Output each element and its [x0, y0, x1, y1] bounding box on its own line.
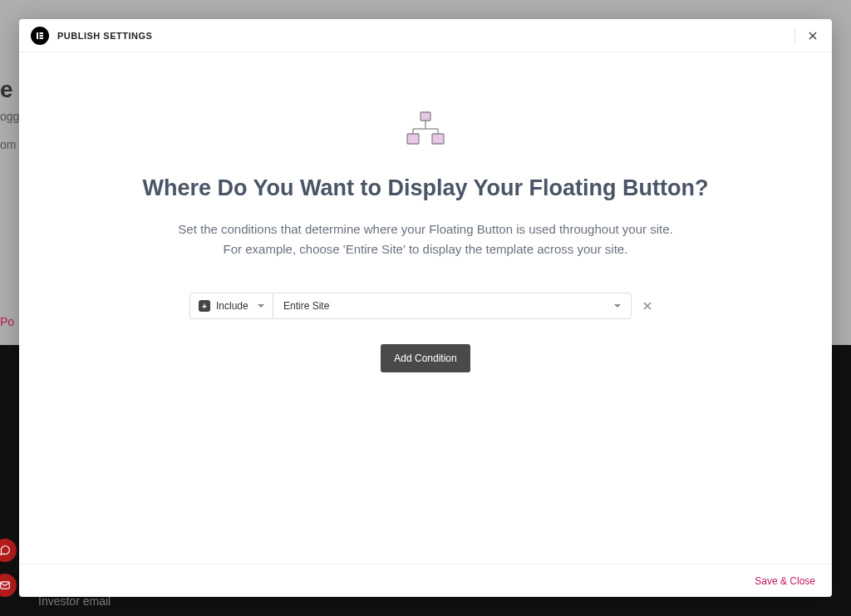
scope-label: Entire Site [283, 300, 614, 312]
background-fragment: ogg [0, 110, 19, 123]
header-divider [794, 28, 795, 43]
scope-dropdown[interactable]: Entire Site [273, 293, 632, 319]
condition-row: + Include Entire Site [189, 293, 662, 319]
background-fragment: Po [0, 315, 14, 328]
sitemap-icon [52, 111, 799, 147]
modal-title: PUBLISH SETTINGS [57, 31, 152, 41]
svg-rect-13 [432, 134, 444, 144]
svg-rect-4 [40, 37, 44, 39]
modal-body: Where Do You Want to Display Your Floati… [19, 52, 832, 564]
remove-condition-button[interactable] [633, 293, 662, 319]
modal-footer: Save & Close [19, 564, 832, 597]
svg-rect-1 [37, 32, 38, 39]
elementor-logo-icon [31, 27, 49, 45]
svg-rect-7 [421, 112, 430, 121]
publish-settings-modal: PUBLISH SETTINGS Where Do You Want to Di… [19, 19, 832, 597]
background-fragment: e [0, 76, 13, 103]
svg-rect-12 [407, 134, 419, 144]
modal-subtext: Set the conditions that determine where … [160, 219, 691, 259]
modal-header: PUBLISH SETTINGS [19, 19, 832, 52]
background-fragment: om [0, 138, 16, 151]
add-condition-button[interactable]: Add Condition [381, 344, 470, 372]
svg-rect-3 [40, 35, 44, 37]
chevron-down-icon [258, 304, 264, 308]
close-button[interactable] [805, 28, 820, 43]
svg-rect-2 [40, 32, 44, 34]
include-exclude-dropdown[interactable]: + Include [189, 293, 273, 319]
chevron-down-icon [614, 304, 621, 308]
plus-icon: + [199, 300, 210, 312]
include-label: Include [216, 300, 252, 312]
save-and-close-button[interactable]: Save & Close [755, 575, 815, 587]
modal-heading: Where Do You Want to Display Your Floati… [52, 175, 799, 201]
